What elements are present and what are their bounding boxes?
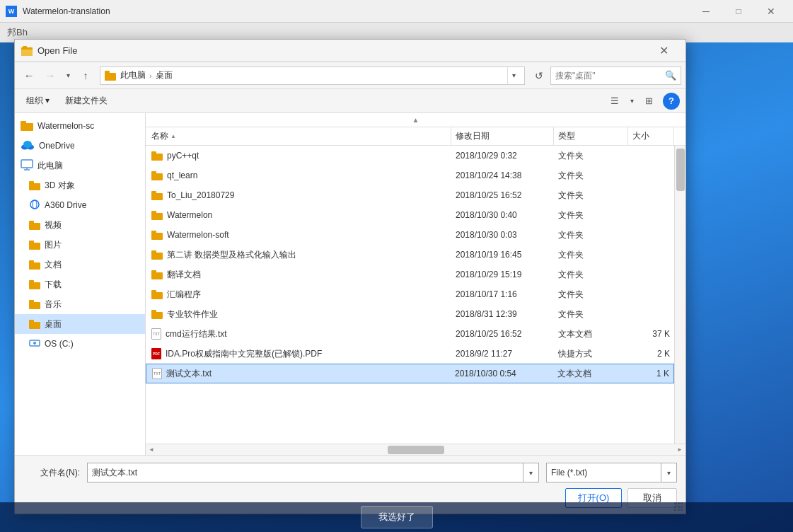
table-row[interactable]: To_Liu_20180729 2018/10/25 16:52 文件夹 [146, 185, 674, 205]
filename-input-wrap[interactable]: ▾ [87, 463, 539, 482]
table-row[interactable]: 第二讲 数据类型及格式化输入输出 2018/10/19 16:45 文件夹 [146, 245, 674, 265]
address-bar[interactable]: 此电脑 › 桌面 ▾ [100, 66, 525, 85]
scroll-thumb[interactable] [676, 149, 685, 191]
col-name-header[interactable]: 名称 ▲ [146, 127, 451, 145]
view-pane-button[interactable]: ⊞ [639, 92, 659, 110]
file-type-cell: 文件夹 [554, 289, 628, 301]
organize-button[interactable]: 组织 ▾ [21, 92, 55, 110]
sidebar: Watermelon-sc OneDrive [15, 113, 146, 455]
file-date-cell: 2018/10/24 14:38 [451, 170, 554, 180]
minimize-button[interactable]: ─ [690, 0, 722, 23]
crumb-computer[interactable]: 此电脑 [118, 69, 148, 81]
sidebar-item-osc[interactable]: OS (C:) [15, 334, 145, 354]
drive-icon [29, 338, 40, 350]
sidebar-item-documents[interactable]: 文档 [15, 255, 145, 274]
table-row[interactable]: Watermelon 2018/10/30 0:40 文件夹 [146, 205, 674, 225]
file-name-cell: 第二讲 数据类型及格式化输入输出 [146, 249, 451, 261]
file-icon: PDF [151, 348, 161, 359]
maximize-button[interactable]: □ [722, 0, 755, 23]
filename-input[interactable] [88, 468, 523, 478]
sidebar-item-watermelon[interactable]: Watermelon-sc [15, 116, 145, 136]
table-row[interactable]: TXT cmd运行结果.txt 2018/10/25 16:52 文本文档 37… [146, 324, 674, 344]
search-bar[interactable]: 🔍 [550, 66, 681, 85]
sidebar-item-onedrive[interactable]: OneDrive [15, 136, 145, 156]
sidebar-item-pc[interactable]: 此电脑 [15, 156, 145, 175]
search-input[interactable] [555, 71, 665, 81]
file-date-cell: 2018/10/30 0:40 [451, 210, 554, 220]
sidebar-label-pc: 此电脑 [37, 160, 63, 172]
filetype-select-wrap[interactable]: File (*.txt) ▾ [546, 463, 677, 482]
folder-icon-3d [29, 181, 40, 190]
file-name-cell: pyC++qt [146, 151, 451, 161]
crumb-separator-1: › [149, 71, 152, 80]
scroll-up-area: ▲ [146, 113, 685, 127]
open-file-dialog: Open File ✕ ← → ▾ ↑ 此电脑 › 桌面 ▾ ↺ 🔍 [14, 39, 686, 514]
table-row[interactable]: Watermelon-soft 2018/10/30 0:03 文件夹 [146, 225, 674, 245]
folder-icon-music [29, 300, 40, 309]
table-row[interactable]: 翻译文档 2018/10/29 15:19 文件夹 [146, 265, 674, 284]
file-icon [151, 270, 163, 279]
svg-rect-6 [21, 160, 33, 168]
sidebar-label-osc: OS (C:) [45, 339, 74, 349]
file-type-cell: 文本文档 [554, 328, 628, 340]
file-type-cell: 文件夹 [554, 229, 628, 241]
back-button[interactable]: ← [19, 66, 39, 86]
h-scroll-right[interactable]: ► [674, 444, 685, 456]
table-row[interactable]: PDF IDA.Pro权威指南中文完整版(已解锁).PDF 2018/9/2 1… [146, 344, 674, 364]
dialog-title-icon [21, 45, 33, 57]
filename-dropdown-button[interactable]: ▾ [523, 463, 538, 482]
file-date-cell: 2018/10/17 1:16 [451, 289, 554, 299]
dialog-titlebar: Open File ✕ [15, 40, 685, 62]
sidebar-item-pictures[interactable]: 图片 [15, 235, 145, 255]
table-row[interactable]: 汇编程序 2018/10/17 1:16 文件夹 [146, 284, 674, 304]
view-dropdown-button[interactable]: ▾ [626, 92, 637, 110]
sidebar-item-video[interactable]: 视频 [15, 215, 145, 235]
scroll-up-arrow: ▲ [412, 116, 419, 124]
file-name-text: qt_learn [167, 170, 197, 180]
new-folder-button[interactable]: 新建文件夹 [59, 92, 113, 110]
svg-rect-2 [23, 46, 27, 49]
file-name-text: Watermelon-soft [167, 230, 229, 240]
recent-button[interactable]: ▾ [62, 66, 74, 86]
h-scroll-left[interactable]: ◄ [146, 444, 157, 456]
up-button[interactable]: ↑ [76, 66, 95, 86]
svg-point-12 [33, 342, 36, 345]
taskbar-confirm-button[interactable]: 我选好了 [361, 506, 433, 528]
col-size-header[interactable]: 大小 [628, 127, 674, 145]
column-headers: 名称 ▲ 修改日期 类型 大小 [146, 127, 685, 146]
table-row[interactable]: TXT 测试文本.txt 2018/10/30 0:54 文本文档 1 K [146, 364, 674, 383]
sidebar-item-downloads[interactable]: 下载 [15, 274, 145, 294]
col-date-header[interactable]: 修改日期 [451, 127, 554, 145]
file-date-cell: 2018/10/25 16:52 [451, 190, 554, 200]
sidebar-item-3d[interactable]: 3D 对象 [15, 175, 145, 195]
crumb-desktop[interactable]: 桌面 [154, 69, 175, 81]
folder-icon-downloads [29, 280, 40, 289]
file-name-text: 翻译文档 [167, 269, 201, 281]
table-row[interactable]: pyC++qt 2018/10/29 0:32 文件夹 [146, 146, 674, 166]
h-scroll-thumb[interactable] [388, 446, 444, 454]
dialog-close-button[interactable]: ✕ [647, 40, 680, 62]
refresh-button[interactable]: ↺ [529, 66, 549, 86]
close-app-button[interactable]: ✕ [755, 0, 787, 23]
sidebar-item-music[interactable]: 音乐 [15, 294, 145, 314]
sidebar-item-a360[interactable]: A360 Drive [15, 195, 145, 215]
sidebar-item-desktop[interactable]: 桌面 [15, 314, 145, 334]
help-button[interactable]: ? [663, 93, 680, 110]
table-row[interactable]: qt_learn 2018/10/24 14:38 文件夹 [146, 166, 674, 185]
forward-button[interactable]: → [40, 66, 60, 86]
sidebar-label-onedrive: OneDrive [39, 141, 75, 151]
dialog-title-text: Open File [37, 45, 647, 56]
view-details-button[interactable]: ☰ [605, 92, 625, 110]
svg-rect-1 [21, 50, 33, 56]
nav-toolbar: ← → ▾ ↑ 此电脑 › 桌面 ▾ ↺ 🔍 [15, 62, 685, 89]
address-dropdown-button[interactable]: ▾ [507, 67, 520, 84]
filename-row: 文件名(N): ▾ File (*.txt) ▾ [23, 463, 677, 482]
onedrive-icon [21, 140, 35, 152]
scrollbar[interactable] [674, 146, 685, 444]
file-date-cell: 2018/10/19 16:45 [451, 250, 554, 260]
col-type-header[interactable]: 类型 [554, 127, 628, 145]
horizontal-scroll[interactable]: ◄ ► [146, 444, 685, 455]
file-name-cell: TXT cmd运行结果.txt [146, 328, 451, 340]
table-row[interactable]: 专业软件作业 2018/8/31 12:39 文件夹 [146, 304, 674, 324]
filetype-dropdown-button[interactable]: ▾ [661, 463, 676, 482]
